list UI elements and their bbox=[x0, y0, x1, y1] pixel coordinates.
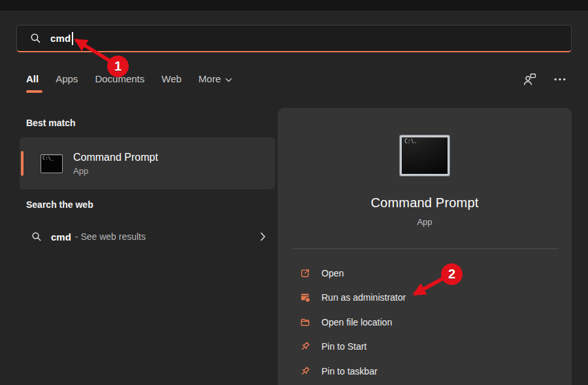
action-label: Open bbox=[321, 268, 344, 278]
tab-more[interactable]: More bbox=[199, 73, 232, 87]
chevron-down-icon bbox=[225, 73, 232, 84]
account-feedback-icon[interactable] bbox=[521, 71, 538, 88]
context-actions-list: Open Run as administrator bbox=[278, 261, 572, 384]
folder-icon bbox=[299, 316, 312, 329]
pin-icon bbox=[299, 365, 312, 378]
command-prompt-icon: C:\_ bbox=[41, 154, 63, 173]
tab-documents[interactable]: Documents bbox=[95, 73, 144, 87]
tab-all[interactable]: All bbox=[26, 73, 39, 87]
search-header-actions bbox=[521, 71, 568, 88]
action-label: Pin to taskbar bbox=[321, 366, 378, 377]
window-top-edge bbox=[0, 0, 588, 10]
action-label: Pin to Start bbox=[321, 341, 367, 352]
search-query-text: cmd bbox=[50, 33, 71, 44]
action-label: Open file location bbox=[321, 317, 392, 327]
open-icon bbox=[299, 267, 312, 280]
search-web-heading: Search the web bbox=[26, 199, 93, 210]
command-prompt-large-icon: C:\. bbox=[400, 135, 449, 176]
best-match-result-command-prompt[interactable]: C:\_ Command Prompt App bbox=[20, 137, 275, 190]
see-web-results-text: - See web results bbox=[75, 231, 146, 242]
windows-search-flyout: cmd All Apps Documents Web More Best mat… bbox=[0, 0, 588, 385]
web-result-row[interactable]: cmd - See web results bbox=[20, 225, 275, 248]
search-filter-tabs: All Apps Documents Web More bbox=[26, 73, 232, 87]
result-title: Command Prompt bbox=[73, 152, 158, 163]
action-pin-to-start[interactable]: Pin to Start bbox=[278, 335, 572, 360]
search-icon bbox=[31, 231, 42, 242]
web-query-text: cmd bbox=[51, 231, 71, 243]
best-match-heading: Best match bbox=[26, 118, 75, 128]
pin-icon bbox=[299, 340, 312, 353]
preview-subtitle: App bbox=[278, 217, 572, 227]
preview-panel: C:\. Command Prompt App Open bbox=[278, 108, 572, 385]
action-open[interactable]: Open bbox=[278, 261, 572, 286]
tab-web[interactable]: Web bbox=[161, 73, 182, 87]
search-input[interactable]: cmd bbox=[16, 25, 572, 52]
tab-apps[interactable]: Apps bbox=[56, 73, 78, 87]
action-pin-to-taskbar[interactable]: Pin to taskbar bbox=[278, 359, 572, 384]
preview-title: Command Prompt bbox=[278, 195, 572, 210]
result-subtitle: App bbox=[73, 166, 158, 176]
text-cursor bbox=[72, 32, 73, 45]
chevron-right-icon bbox=[260, 232, 266, 241]
selection-accent-bar bbox=[21, 151, 24, 176]
action-label: Run as administrator bbox=[321, 292, 406, 303]
search-icon bbox=[30, 33, 41, 44]
run-as-administrator-icon bbox=[299, 291, 312, 304]
more-options-icon[interactable] bbox=[551, 71, 568, 88]
action-run-as-administrator[interactable]: Run as administrator bbox=[278, 286, 572, 310]
action-open-file-location[interactable]: Open file location bbox=[278, 310, 572, 335]
divider bbox=[293, 248, 559, 249]
